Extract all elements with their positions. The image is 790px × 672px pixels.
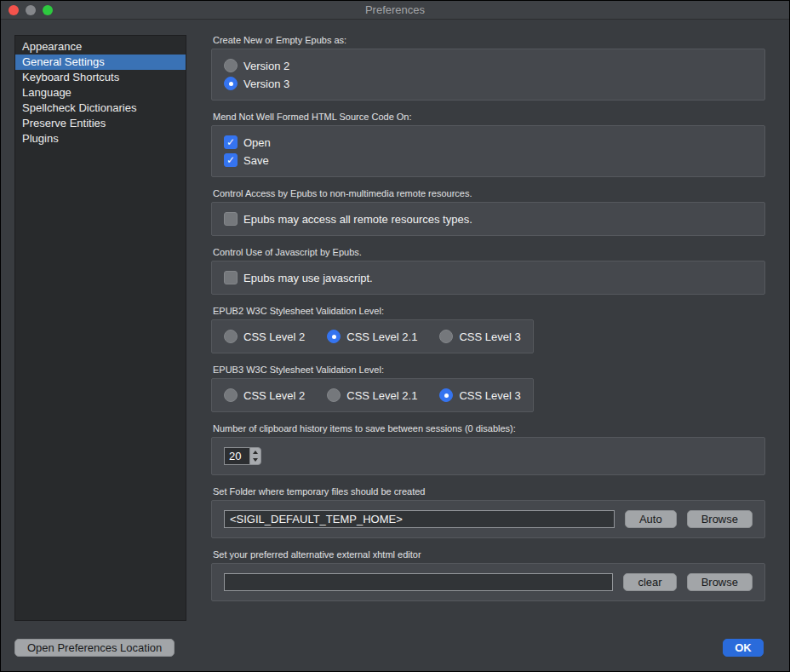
general-settings-panel: Create New or Empty Epubs as: Version 2 … [211,35,765,612]
radio-epub2-css-level-2[interactable]: CSS Level 2 [224,330,305,343]
temp-folder-input[interactable] [224,510,615,528]
open-preferences-location-button[interactable]: Open Preferences Location [14,639,175,657]
checkbox-use-javascript[interactable]: Epubs may use javascript. [224,271,753,284]
checkbox-unchecked-icon [224,212,238,226]
checkbox-label: Save [243,154,269,167]
preferences-category-list: Appearance General Settings Keyboard Sho… [14,35,186,621]
auto-button[interactable]: Auto [625,510,677,528]
groupbox-temp-folder: Auto Browse [211,500,765,538]
radio-epub2-css-level-2-1[interactable]: CSS Level 2.1 [327,330,417,343]
section-title: Control Use of Javascript by Epubs. [213,247,765,257]
sidebar-item-keyboard-shortcuts[interactable]: Keyboard Shortcuts [15,70,186,85]
radio-selected-icon [224,77,238,90]
sidebar-item-general-settings[interactable]: General Settings [15,55,186,70]
radio-version-3[interactable]: Version 3 [224,77,753,90]
sidebar-item-preserve-entities[interactable]: Preserve Entities [15,116,186,131]
section-title: Set your preferred alternative external … [213,549,765,560]
section-title: EPUB2 W3C Stylesheet Validation Level: [213,306,765,316]
radio-label: CSS Level 2.1 [346,330,417,343]
groupbox-epub2-css: CSS Level 2 CSS Level 2.1 CSS Level 3 [211,319,534,353]
radio-epub3-css-level-3[interactable]: CSS Level 3 [439,388,520,402]
section-epub2-css-validation: EPUB2 W3C Stylesheet Validation Level: C… [211,306,765,353]
radio-version-2[interactable]: Version 2 [224,59,753,72]
groupbox-external-editor: clear Browse [211,563,765,601]
preferences-window: Preferences Appearance General Settings … [0,0,790,672]
sidebar-item-language[interactable]: Language [15,85,186,101]
checkbox-mend-on-save[interactable]: Save [224,153,753,167]
radio-selected-icon [327,330,341,343]
section-mend-html: Mend Not Well Formed HTML Source Code On… [211,112,765,177]
checkbox-checked-icon [224,135,238,149]
section-remote-resources: Control Access by Epubs to non-multimedi… [211,188,765,236]
section-title: Set Folder where temporary files should … [213,486,765,497]
radio-icon [224,59,238,72]
checkbox-mend-on-open[interactable]: Open [224,135,753,149]
browse-external-editor-button[interactable]: Browse [687,573,753,591]
radio-label: Version 2 [243,60,289,72]
radio-icon [224,388,238,402]
section-title: EPUB3 W3C Stylesheet Validation Level: [213,365,765,375]
radio-label: Version 3 [243,78,289,90]
radio-icon [439,330,453,343]
section-javascript: Control Use of Javascript by Epubs. Epub… [211,247,765,295]
section-title: Mend Not Well Formed HTML Source Code On… [213,112,765,122]
browse-temp-folder-button[interactable]: Browse [687,510,753,528]
section-epub3-css-validation: EPUB3 W3C Stylesheet Validation Level: C… [211,365,765,412]
checkbox-label: Epubs may access all remote resources ty… [243,213,472,226]
groupbox-epub-version: Version 2 Version 3 [211,49,765,101]
clear-button[interactable]: clear [623,573,676,591]
external-editor-input[interactable] [224,573,613,591]
radio-icon [224,330,238,343]
radio-label: CSS Level 3 [459,330,520,343]
clipboard-history-input[interactable] [224,447,249,465]
spin-up-button[interactable] [250,448,260,457]
radio-epub3-css-level-2-1[interactable]: CSS Level 2.1 [327,388,417,402]
spinner-buttons [249,447,261,465]
radio-selected-icon [439,388,453,402]
groupbox-javascript: Epubs may use javascript. [211,261,765,295]
spin-down-button[interactable] [250,457,260,465]
sidebar-item-spellcheck-dictionaries[interactable]: Spellcheck Dictionaries [15,101,186,116]
groupbox-remote-resources: Epubs may access all remote resources ty… [211,202,765,236]
radio-label: CSS Level 3 [459,389,520,402]
checkbox-label: Open [243,136,271,149]
groupbox-epub3-css: CSS Level 2 CSS Level 2.1 CSS Level 3 [211,378,534,412]
checkbox-remote-resources[interactable]: Epubs may access all remote resources ty… [224,212,753,226]
section-temp-folder: Set Folder where temporary files should … [211,486,765,538]
section-external-editor: Set your preferred alternative external … [211,549,765,601]
radio-label: CSS Level 2 [243,389,305,402]
groupbox-mend-html: Open Save [211,125,765,177]
clipboard-history-spinbox [224,447,261,465]
sidebar-item-appearance[interactable]: Appearance [15,39,186,55]
sidebar-item-plugins[interactable]: Plugins [15,131,186,146]
checkbox-label: Epubs may use javascript. [243,272,373,284]
arrow-down-icon [253,458,258,462]
section-epub-version: Create New or Empty Epubs as: Version 2 … [211,35,765,101]
section-clipboard-history: Number of clipboard history items to sav… [211,423,765,475]
section-title: Number of clipboard history items to sav… [213,423,765,434]
title-bar: Preferences [1,1,789,20]
window-title: Preferences [1,3,789,16]
checkbox-unchecked-icon [224,271,238,284]
radio-epub2-css-level-3[interactable]: CSS Level 3 [439,330,520,343]
radio-label: CSS Level 2.1 [346,389,417,402]
section-title: Create New or Empty Epubs as: [213,35,765,45]
section-title: Control Access by Epubs to non-multimedi… [213,188,765,198]
groupbox-clipboard-history [211,437,765,475]
arrow-up-icon [253,451,258,454]
ok-button[interactable]: OK [723,639,764,657]
radio-epub3-css-level-2[interactable]: CSS Level 2 [224,388,305,402]
radio-label: CSS Level 2 [243,330,305,343]
checkbox-checked-icon [224,153,238,167]
radio-icon [327,388,341,402]
